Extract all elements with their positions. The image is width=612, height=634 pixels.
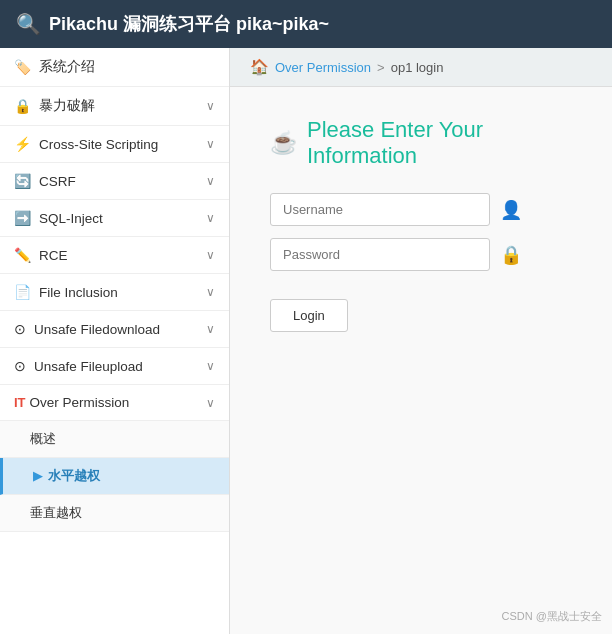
chevron-icon: ∨ bbox=[206, 211, 215, 225]
password-input[interactable] bbox=[270, 238, 490, 271]
rce-icon: ✏️ bbox=[14, 247, 31, 263]
sidebar-item-fileinc[interactable]: 📄 File Inclusion ∨ bbox=[0, 274, 229, 311]
chevron-icon: ∨ bbox=[206, 99, 215, 113]
lock-icon: 🔒 bbox=[14, 98, 31, 114]
subitem-label: 垂直越权 bbox=[30, 504, 82, 522]
header-icon: 🔍 bbox=[16, 12, 41, 36]
arrow-icon: ▶ bbox=[33, 469, 42, 483]
chevron-icon: ∨ bbox=[206, 137, 215, 151]
subitem-label: 水平越权 bbox=[48, 467, 100, 485]
it-label: IT bbox=[14, 395, 26, 410]
sidebar-item-fileup[interactable]: ⊙ Unsafe Fileupload ∨ bbox=[0, 348, 229, 385]
filedown-icon: ⊙ bbox=[14, 321, 26, 337]
watermark: CSDN @黑战士安全 bbox=[502, 609, 602, 624]
sidebar-item-label: 系统介绍 bbox=[39, 58, 95, 76]
sidebar-overperm-label: Over Permission bbox=[30, 395, 130, 410]
sidebar-item-brute[interactable]: 🔒 暴力破解 ∨ bbox=[0, 87, 229, 126]
chevron-icon: ∨ bbox=[206, 359, 215, 373]
chevron-icon: ∨ bbox=[206, 248, 215, 262]
sidebar-item-label: SQL-Inject bbox=[39, 211, 103, 226]
sidebar: 🏷️ 系统介绍 🔒 暴力破解 ∨ ⚡ Cross-Site Scripting … bbox=[0, 48, 230, 634]
user-icon: 👤 bbox=[500, 199, 522, 221]
xss-icon: ⚡ bbox=[14, 136, 31, 152]
sidebar-item-label: Unsafe Filedownload bbox=[34, 322, 160, 337]
password-group: 🔒 bbox=[270, 238, 572, 271]
coffee-icon: ☕ bbox=[270, 130, 297, 156]
home-icon: 🏠 bbox=[250, 58, 269, 76]
chevron-icon: ∨ bbox=[206, 174, 215, 188]
breadcrumb: 🏠 Over Permission > op1 login bbox=[230, 48, 612, 87]
breadcrumb-link[interactable]: Over Permission bbox=[275, 60, 371, 75]
sidebar-item-label: RCE bbox=[39, 248, 68, 263]
sidebar-item-label: Unsafe Fileupload bbox=[34, 359, 143, 374]
login-form-area: ☕ Please Enter Your Information 👤 🔒 Logi… bbox=[230, 87, 612, 362]
app-header: 🔍 Pikachu 漏洞练习平台 pika~pika~ bbox=[0, 0, 612, 48]
form-title-text: Please Enter Your Information bbox=[307, 117, 572, 169]
sidebar-item-label: CSRF bbox=[39, 174, 76, 189]
sidebar-item-rce[interactable]: ✏️ RCE ∨ bbox=[0, 237, 229, 274]
tag-icon: 🏷️ bbox=[14, 59, 31, 75]
password-lock-icon: 🔒 bbox=[500, 244, 522, 266]
sidebar-item-overperm[interactable]: IT Over Permission ∨ bbox=[0, 385, 229, 421]
sidebar-item-label: Cross-Site Scripting bbox=[39, 137, 158, 152]
sidebar-item-intro[interactable]: 🏷️ 系统介绍 bbox=[0, 48, 229, 87]
sidebar-item-sql[interactable]: ➡️ SQL-Inject ∨ bbox=[0, 200, 229, 237]
csrf-icon: 🔄 bbox=[14, 173, 31, 189]
fileup-icon: ⊙ bbox=[14, 358, 26, 374]
username-input[interactable] bbox=[270, 193, 490, 226]
app-title: Pikachu 漏洞练习平台 pika~pika~ bbox=[49, 12, 329, 36]
main-layout: 🏷️ 系统介绍 🔒 暴力破解 ∨ ⚡ Cross-Site Scripting … bbox=[0, 48, 612, 634]
subitem-label: 概述 bbox=[30, 430, 56, 448]
sidebar-item-csrf[interactable]: 🔄 CSRF ∨ bbox=[0, 163, 229, 200]
sidebar-item-label: 暴力破解 bbox=[39, 97, 95, 115]
breadcrumb-separator: > bbox=[377, 60, 385, 75]
sidebar-item-filedown[interactable]: ⊙ Unsafe Filedownload ∨ bbox=[0, 311, 229, 348]
main-content: 🏠 Over Permission > op1 login ☕ Please E… bbox=[230, 48, 612, 634]
sql-icon: ➡️ bbox=[14, 210, 31, 226]
chevron-icon: ∨ bbox=[206, 285, 215, 299]
chevron-icon: ∨ bbox=[206, 322, 215, 336]
file-icon: 📄 bbox=[14, 284, 31, 300]
sidebar-subitem-overview[interactable]: 概述 bbox=[0, 421, 229, 458]
sidebar-subitem-vertical[interactable]: 垂直越权 bbox=[0, 495, 229, 532]
username-group: 👤 bbox=[270, 193, 572, 226]
sidebar-subitem-horizontal[interactable]: ▶ 水平越权 bbox=[0, 458, 229, 495]
chevron-down-icon: ∨ bbox=[206, 396, 215, 410]
sidebar-item-label: File Inclusion bbox=[39, 285, 118, 300]
breadcrumb-current: op1 login bbox=[391, 60, 444, 75]
sidebar-item-xss[interactable]: ⚡ Cross-Site Scripting ∨ bbox=[0, 126, 229, 163]
login-button[interactable]: Login bbox=[270, 299, 348, 332]
form-title: ☕ Please Enter Your Information bbox=[270, 117, 572, 169]
